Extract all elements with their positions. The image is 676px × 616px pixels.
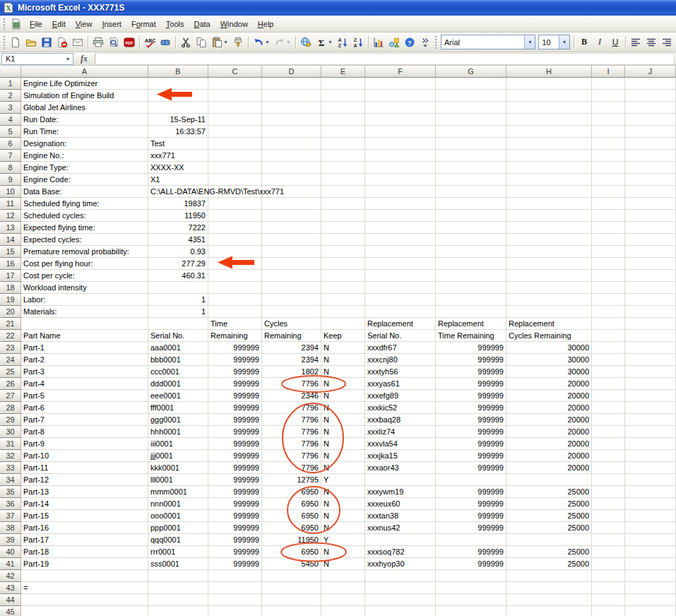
cell-F29[interactable]: xxxbaq28 (365, 414, 436, 426)
cell-C5[interactable] (208, 126, 262, 138)
cell-F9[interactable] (365, 174, 436, 186)
cell-D25[interactable]: 1802 (262, 366, 321, 378)
row-header-24[interactable]: 24 (0, 354, 21, 366)
cell-I34[interactable] (592, 474, 625, 486)
cell-C31[interactable]: 999999 (208, 438, 262, 450)
row-header-26[interactable]: 26 (0, 378, 21, 390)
cell-J35[interactable] (625, 486, 676, 498)
cell-H6[interactable] (506, 138, 592, 150)
cell-F40[interactable]: xxxsoq782 (365, 546, 436, 558)
chart-wizard-button[interactable] (371, 35, 386, 50)
cell-B39[interactable]: qqq0001 (148, 534, 208, 546)
cell-F35[interactable]: xxxywm19 (365, 486, 436, 498)
cell-C43[interactable] (208, 582, 262, 594)
cell-I3[interactable] (592, 102, 625, 114)
row-header-35[interactable]: 35 (0, 486, 21, 498)
cell-A18[interactable]: Workload intensity (21, 282, 148, 294)
cell-E21[interactable] (321, 318, 365, 330)
cell-B16[interactable]: 277.29 (148, 258, 208, 270)
cell-G37[interactable]: 999999 (436, 510, 506, 522)
cell-D31[interactable]: 7796 (262, 438, 321, 450)
cell-G45[interactable] (436, 606, 506, 616)
row-header-39[interactable]: 39 (0, 534, 21, 546)
cell-C35[interactable]: 999999 (208, 486, 262, 498)
cell-A40[interactable]: Part-18 (21, 546, 148, 558)
cell-G34[interactable] (436, 474, 506, 486)
cell-B24[interactable]: bbb0001 (148, 354, 208, 366)
cell-B17[interactable]: 460.31 (148, 270, 208, 282)
row-header-12[interactable]: 12 (0, 210, 21, 222)
cell-J34[interactable] (625, 474, 676, 486)
cell-A17[interactable]: Cost per cycle: (21, 270, 148, 282)
cell-J43[interactable] (625, 582, 676, 594)
cell-J37[interactable] (625, 510, 676, 522)
cell-B30[interactable]: hhh0001 (148, 426, 208, 438)
cell-I7[interactable] (592, 150, 625, 162)
row-header-15[interactable]: 15 (0, 246, 21, 258)
column-header-I[interactable]: I (592, 66, 625, 78)
row-header-33[interactable]: 33 (0, 462, 21, 474)
cell-E3[interactable] (321, 102, 365, 114)
select-all-corner[interactable] (0, 66, 21, 78)
menu-window[interactable]: Window (215, 18, 253, 30)
cell-A33[interactable]: Part-11 (21, 462, 148, 474)
cell-E43[interactable] (321, 582, 365, 594)
cell-F44[interactable] (365, 594, 436, 606)
cell-D6[interactable] (262, 138, 321, 150)
cell-I44[interactable] (592, 594, 625, 606)
cell-C34[interactable]: 999999 (208, 474, 262, 486)
cell-F37[interactable]: xxxtan38 (365, 510, 436, 522)
cell-B4[interactable]: 15-Sep-11 (148, 114, 208, 126)
cell-E16[interactable] (321, 258, 365, 270)
cell-A26[interactable]: Part-4 (21, 378, 148, 390)
cell-F33[interactable]: xxxaor43 (365, 462, 436, 474)
cell-F11[interactable] (365, 198, 436, 210)
cell-A15[interactable]: Premature removal probability: (21, 246, 148, 258)
cell-F6[interactable] (365, 138, 436, 150)
cell-C2[interactable] (208, 90, 262, 102)
cell-F39[interactable] (365, 534, 436, 546)
cell-F12[interactable] (365, 210, 436, 222)
cell-C9[interactable] (208, 174, 262, 186)
cell-F41[interactable]: xxxhyop30 (365, 558, 436, 570)
cell-E24[interactable]: N (321, 354, 365, 366)
cell-G36[interactable]: 999999 (436, 498, 506, 510)
cell-F26[interactable]: xxxyas61 (365, 378, 436, 390)
cell-H8[interactable] (506, 162, 592, 174)
cell-I26[interactable] (592, 378, 625, 390)
cell-I21[interactable] (592, 318, 625, 330)
cell-D18[interactable] (262, 282, 321, 294)
cell-H42[interactable] (506, 570, 592, 582)
cell-C26[interactable]: 999999 (208, 378, 262, 390)
cell-A39[interactable]: Part-17 (21, 534, 148, 546)
cell-F43[interactable] (365, 582, 436, 594)
row-header-10[interactable]: 10 (0, 186, 21, 198)
row-header-25[interactable]: 25 (0, 366, 21, 378)
cell-I29[interactable] (592, 414, 625, 426)
cell-C32[interactable]: 999999 (208, 450, 262, 462)
cell-E41[interactable]: N (321, 558, 365, 570)
cell-H7[interactable] (506, 150, 592, 162)
cell-G14[interactable] (436, 234, 506, 246)
menu-edit[interactable]: Edit (47, 18, 71, 30)
cell-D33[interactable]: 7796 (262, 462, 321, 474)
cell-E10[interactable] (321, 186, 365, 198)
cell-I13[interactable] (592, 222, 625, 234)
cell-D4[interactable] (262, 114, 321, 126)
cell-I37[interactable] (592, 510, 625, 522)
cell-I27[interactable] (592, 390, 625, 402)
cell-A27[interactable]: Part-5 (21, 390, 148, 402)
cell-G29[interactable]: 999999 (436, 414, 506, 426)
cell-G19[interactable] (436, 294, 506, 306)
cell-F23[interactable]: xxxdfr67 (365, 342, 436, 354)
cell-C23[interactable]: 999999 (208, 342, 262, 354)
cell-B34[interactable]: lll0001 (148, 474, 208, 486)
spell-check-button[interactable]: ABC (142, 35, 158, 50)
row-header-34[interactable]: 34 (0, 474, 21, 486)
cell-E44[interactable] (321, 594, 365, 606)
cell-D19[interactable] (262, 294, 321, 306)
cell-B26[interactable]: ddd0001 (148, 378, 208, 390)
cell-J31[interactable] (625, 438, 676, 450)
cell-G24[interactable]: 999999 (436, 354, 506, 366)
cell-G27[interactable]: 999999 (436, 390, 506, 402)
